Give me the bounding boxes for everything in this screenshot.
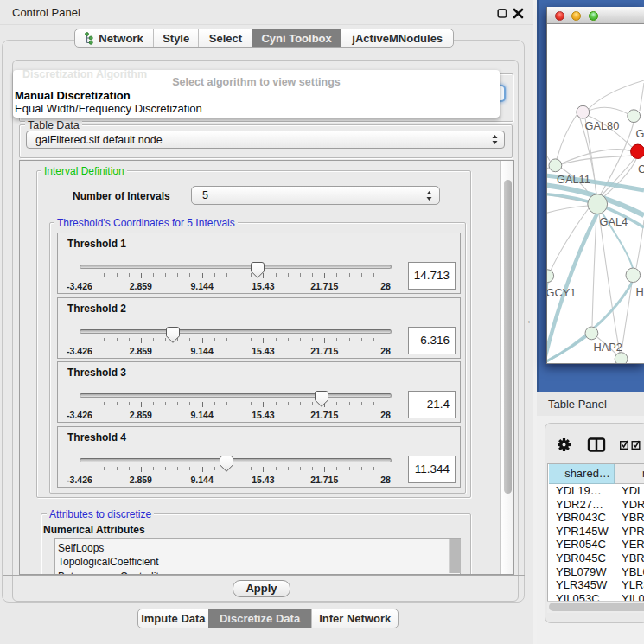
- svg-text:GAL11: GAL11: [557, 173, 590, 186]
- svg-text:C: C: [638, 163, 644, 175]
- svg-text:GAL80: GAL80: [585, 119, 620, 132]
- svg-text:GAL4: GAL4: [600, 215, 628, 228]
- svg-text:HAP2: HAP2: [594, 341, 622, 354]
- svg-text:GCY1: GCY1: [547, 286, 576, 299]
- svg-text:H: H: [636, 285, 644, 298]
- svg-text:G.: G.: [636, 127, 644, 140]
